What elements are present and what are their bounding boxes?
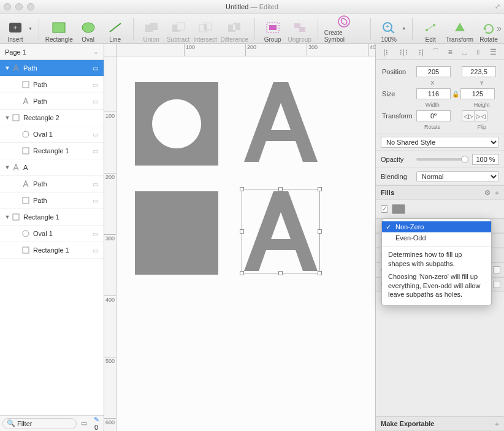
svg-line-21 [391, 30, 394, 33]
popover-item-evenodd[interactable]: Even-Odd [382, 232, 491, 243]
blending-select[interactable]: Normal [416, 171, 499, 182]
layer-row[interactable]: Rectangle 1▭ [0, 242, 104, 259]
layer-type-icon [21, 196, 31, 205]
make-exportable-header[interactable]: Make Exportable ＋ [376, 416, 504, 431]
shape-rectangle-solid[interactable] [135, 191, 218, 275]
svg-line-25 [427, 25, 434, 30]
toolbar-overflow-icon[interactable]: » [497, 23, 502, 33]
layer-name: Oval 1 [33, 131, 93, 138]
position-x-input[interactable] [416, 66, 451, 77]
layer-row[interactable]: ▼Rectangle 1 [0, 209, 104, 226]
layer-row[interactable]: Oval 1▭ [0, 126, 104, 143]
layer-name: Oval 1 [33, 230, 93, 237]
blending-label: Blending [381, 173, 413, 180]
layer-row[interactable]: Oval 1▭ [0, 226, 104, 242]
opacity-value[interactable] [472, 154, 499, 165]
position-y-input[interactable] [462, 66, 496, 77]
lock-icon[interactable]: ▭ [93, 247, 101, 254]
toolbar: + Insert ▼ Rectangle Oval Line Union Sub… [0, 13, 504, 44]
svg-rect-35 [23, 247, 29, 253]
insert-button[interactable]: + Insert [4, 15, 27, 43]
fill-color-swatch[interactable] [392, 204, 405, 214]
rotate-input[interactable] [416, 110, 451, 121]
lock-icon[interactable]: 🔒 [451, 91, 460, 97]
distribute-h-icon[interactable]: ⫴ [476, 48, 479, 56]
height-input[interactable] [460, 88, 495, 99]
layer-row[interactable]: ▼A [0, 159, 104, 176]
oval-tool[interactable]: Oval [77, 15, 100, 43]
layer-row[interactable]: ▼Path▭ [0, 60, 104, 77]
plus-icon[interactable]: ＋ [494, 419, 500, 429]
lock-icon[interactable]: ▭ [93, 181, 101, 188]
align-right-icon[interactable]: ⫶| [418, 48, 424, 56]
layer-name: Path [33, 81, 93, 88]
lock-icon[interactable]: ▭ [93, 197, 101, 204]
align-buttons: |⫶ ⫶|⫶ ⫶| ⎴ ≡ ⎵ ⫴ ☰ [376, 44, 504, 60]
lock-icon[interactable]: ▭ [93, 82, 101, 88]
layer-type-icon [21, 229, 31, 238]
transform-label: Transform [382, 112, 416, 120]
pages-icon[interactable]: ▭ [79, 419, 89, 427]
layer-row[interactable]: Path▭ [0, 176, 104, 193]
slice-icon[interactable]: ✎ 0 [91, 416, 101, 431]
layer-row[interactable]: Path▭ [0, 93, 104, 110]
flip-vertical-icon[interactable]: ▷◁ [475, 111, 487, 121]
line-tool[interactable]: Line [104, 15, 127, 43]
chevron-down-icon[interactable]: ⌄ [93, 48, 99, 56]
reflection-checkbox[interactable] [493, 281, 500, 288]
layer-row[interactable]: ▼Rectangle 2 [0, 110, 104, 126]
svg-rect-28 [23, 82, 29, 88]
intersect-button: Intersect [194, 15, 217, 43]
distribute-v-icon[interactable]: ☰ [490, 48, 497, 56]
svg-rect-31 [23, 148, 29, 154]
fullscreen-icon[interactable]: ⤢ [495, 2, 500, 10]
pages-header[interactable]: Page 1 ⌄ [0, 44, 104, 60]
blur-checkbox[interactable] [493, 266, 500, 273]
filter-input[interactable]: 🔍Filter [2, 418, 77, 429]
create-symbol-button[interactable]: Create Symbol [324, 15, 365, 43]
shape-rectangle-oval[interactable] [135, 82, 218, 166]
lock-icon[interactable]: ▭ [93, 131, 101, 138]
layer-row[interactable]: Path▭ [0, 77, 104, 93]
opacity-slider[interactable] [416, 158, 468, 161]
layer-row[interactable]: Rectangle 1▭ [0, 143, 104, 159]
layer-type-icon [21, 129, 31, 139]
align-left-icon[interactable]: |⫶ [383, 48, 389, 56]
align-top-icon[interactable]: ⎴ [433, 48, 438, 56]
svg-text:+: + [386, 23, 389, 30]
lock-icon[interactable]: ▭ [93, 231, 101, 237]
align-center-h-icon[interactable]: ⫶|⫶ [399, 48, 408, 56]
lock-icon[interactable]: ▭ [93, 65, 101, 72]
svg-point-30 [23, 131, 29, 137]
plus-icon[interactable]: ＋ [494, 188, 500, 197]
svg-rect-16 [269, 25, 277, 30]
shape-letter-a-top[interactable] [244, 82, 318, 162]
chevron-down-icon[interactable]: ▼ [28, 26, 32, 31]
align-bottom-icon[interactable]: ⎵ [462, 48, 467, 56]
canvas[interactable] [116, 56, 375, 431]
edit-button[interactable]: Edit [419, 15, 442, 43]
fill-checkbox[interactable]: ✓ [381, 205, 388, 213]
group-button[interactable]: Group [261, 15, 284, 43]
align-center-v-icon[interactable]: ≡ [448, 48, 452, 56]
layer-name: A [23, 164, 93, 171]
fills-section-header[interactable]: Fills ⚙ ＋ [376, 185, 504, 200]
popover-item-nonzero[interactable]: Non-Zero [382, 221, 491, 232]
rectangle-tool[interactable]: Rectangle [45, 15, 73, 43]
lock-icon[interactable]: ▭ [93, 98, 101, 105]
lock-icon[interactable]: ▭ [93, 148, 101, 154]
layer-name: Path [33, 180, 93, 188]
gear-icon[interactable]: ⚙ [484, 189, 491, 197]
shared-style-select[interactable]: No Shared Style [381, 137, 499, 148]
layer-row[interactable]: Path▭ [0, 193, 104, 209]
flip-horizontal-icon[interactable]: ◁▷ [462, 111, 475, 121]
ruler-vertical: 100200300400500600 [104, 56, 116, 431]
ruler-horizontal: 10020030040 [116, 44, 375, 56]
layer-type-icon [11, 212, 21, 222]
zoom-control[interactable]: +100% [377, 15, 400, 43]
chevron-down-icon[interactable]: ▼ [402, 26, 406, 31]
selection-outline [242, 189, 320, 273]
width-input[interactable] [416, 88, 451, 99]
transform-button[interactable]: Transform [446, 15, 473, 43]
svg-rect-18 [299, 27, 305, 32]
